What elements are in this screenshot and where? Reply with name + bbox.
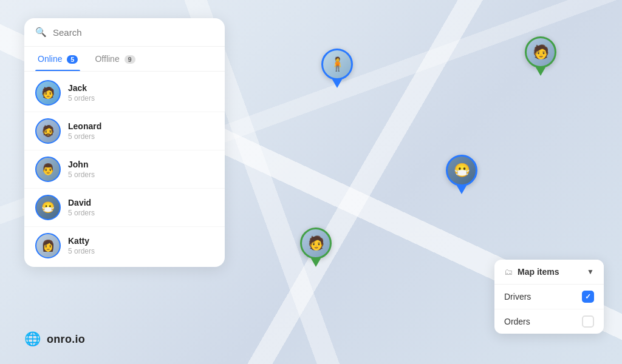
- chevron-down-icon: ▼: [587, 268, 594, 276]
- map-items-row-orders: Orders: [494, 309, 604, 334]
- driver-name: John: [68, 160, 95, 169]
- tab-online-label: Online: [38, 54, 62, 64]
- tab-online[interactable]: Online 5: [35, 47, 80, 71]
- pin-avatar-3: 😷: [446, 155, 477, 186]
- tab-offline[interactable]: Offline 9: [92, 47, 137, 71]
- driver-name: Katty: [68, 236, 95, 246]
- search-icon: 🔍: [35, 27, 47, 38]
- logo-text: onro.io: [47, 333, 85, 346]
- pin-tail-4: [311, 258, 321, 267]
- driver-info: John 5 orders: [68, 160, 95, 179]
- search-input[interactable]: [53, 27, 214, 38]
- map-pin-2[interactable]: 🧑: [525, 36, 556, 76]
- sidebar-panel: 🔍 Online 5 Offline 9 🧑 Jack 5 orders 🧔 L…: [24, 18, 225, 267]
- globe-icon: 🌐: [24, 331, 41, 347]
- driver-orders: 5 orders: [68, 209, 95, 217]
- pin-tail-3: [457, 186, 466, 194]
- map-pin-1[interactable]: 🧍: [321, 49, 353, 88]
- driver-orders: 5 orders: [68, 170, 95, 179]
- driver-item[interactable]: 👨 John 5 orders: [24, 150, 225, 189]
- orders-label: Orders: [504, 317, 530, 326]
- driver-avatar: 🧑: [35, 80, 61, 106]
- tabs-bar: Online 5 Offline 9: [24, 47, 225, 72]
- driver-name: David: [68, 198, 95, 207]
- driver-list: 🧑 Jack 5 orders 🧔 Leonard 5 orders 👨 Joh…: [24, 72, 225, 267]
- driver-orders: 5 orders: [68, 94, 95, 103]
- driver-info: Katty 5 orders: [68, 236, 95, 255]
- driver-name: Jack: [68, 83, 95, 93]
- map-pin-4[interactable]: 🧑: [300, 228, 332, 267]
- driver-avatar: 🧔: [35, 118, 61, 144]
- offline-badge: 9: [125, 55, 135, 64]
- driver-item[interactable]: 👩 Katty 5 orders: [24, 227, 225, 265]
- pin-tail-1: [332, 79, 342, 88]
- driver-item[interactable]: 😷 David 5 orders: [24, 189, 225, 227]
- logo: 🌐 onro.io: [24, 331, 85, 347]
- map-items-header[interactable]: 🗂 Map items ▼: [494, 260, 604, 285]
- pin-avatar-1: 🧍: [321, 49, 353, 80]
- orders-checkbox[interactable]: [582, 315, 594, 328]
- map-items-label: Map items: [518, 267, 559, 277]
- driver-name: Leonard: [68, 121, 101, 131]
- layers-icon: 🗂: [504, 267, 513, 277]
- pin-avatar-4: 🧑: [300, 228, 332, 259]
- driver-item[interactable]: 🧑 Jack 5 orders: [24, 74, 225, 112]
- driver-avatar: 👨: [35, 157, 61, 182]
- pin-avatar-2: 🧑: [525, 36, 556, 68]
- drivers-label: Drivers: [504, 292, 531, 302]
- drivers-checkbox[interactable]: [582, 291, 594, 303]
- pin-tail-2: [536, 67, 545, 76]
- map-pin-3[interactable]: 😷: [446, 155, 477, 194]
- driver-orders: 5 orders: [68, 247, 95, 255]
- driver-info: Jack 5 orders: [68, 83, 95, 103]
- map-items-left: 🗂 Map items: [504, 267, 559, 277]
- search-box: 🔍: [24, 18, 225, 47]
- driver-orders: 5 orders: [68, 132, 101, 141]
- driver-info: Leonard 5 orders: [68, 121, 101, 141]
- driver-avatar: 😷: [35, 195, 61, 220]
- online-badge: 5: [67, 55, 78, 64]
- map-items-panel: 🗂 Map items ▼ Drivers Orders: [494, 260, 604, 334]
- map-items-row-drivers: Drivers: [494, 285, 604, 309]
- driver-avatar: 👩: [35, 233, 61, 258]
- tab-offline-label: Offline: [95, 54, 119, 64]
- driver-info: David 5 orders: [68, 198, 95, 217]
- driver-item[interactable]: 🧔 Leonard 5 orders: [24, 112, 225, 150]
